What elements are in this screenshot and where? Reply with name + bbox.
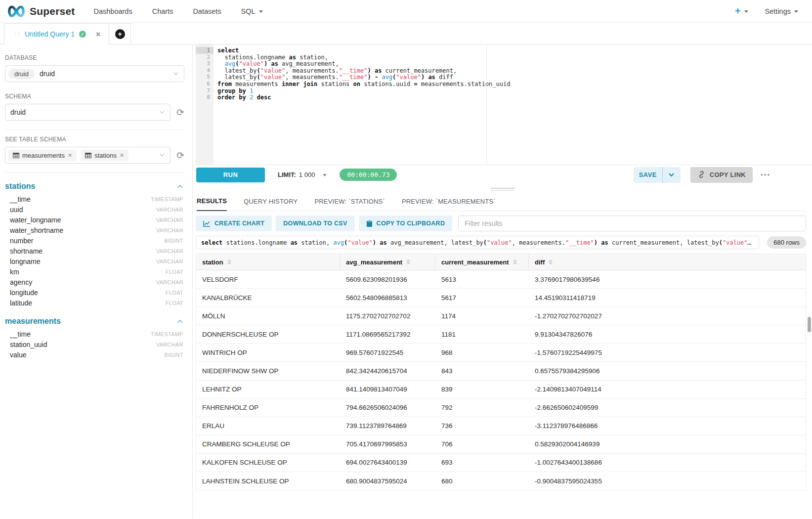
column-type: VARCHAR <box>156 342 183 347</box>
chevron-up-icon[interactable] <box>177 182 183 191</box>
superset-logo[interactable]: Superset <box>7 5 75 17</box>
chevron-down-icon <box>159 153 165 157</box>
add-tab-area: + <box>109 23 131 44</box>
column-type: FLOAT <box>166 300 183 306</box>
drag-handle-icon[interactable]: ⋮⋮ <box>12 32 20 37</box>
column-row: numberBIGINT <box>5 235 184 246</box>
grid-header: stationavg_measurementcurrent_measuremen… <box>196 254 806 270</box>
tab-title: Untitled Query 1 <box>25 30 75 38</box>
print-margin <box>486 44 487 165</box>
nav-item-sql[interactable]: SQL <box>241 7 263 15</box>
table-row: CRAMBERG SCHLEUSE OP705.4170697995853706… <box>196 435 806 454</box>
column-name: station_uuid <box>10 341 47 348</box>
table-name: measurements <box>5 317 61 326</box>
save-options-button[interactable] <box>662 167 681 183</box>
new-item-button[interactable]: + <box>735 5 748 17</box>
column-header-station[interactable]: station <box>196 254 340 270</box>
add-tab-button[interactable]: + <box>115 29 125 39</box>
line-number: 8 <box>196 94 214 101</box>
remove-tag-icon[interactable]: ✕ <box>120 152 124 159</box>
column-header-diff[interactable]: diff <box>529 254 806 270</box>
column-row: station_uuidVARCHAR <box>5 339 184 349</box>
code-line: from measurements inner join stations on… <box>217 81 812 87</box>
sql-editor[interactable]: select stations.longname as station, avg… <box>214 44 812 165</box>
copy-link-button[interactable]: COPY LINK <box>690 167 753 183</box>
chevron-up-icon <box>177 319 183 324</box>
table-cell: 5602.548096885813 <box>340 289 435 306</box>
table-header-stations[interactable]: stations <box>5 180 184 194</box>
nav-item-datasets[interactable]: Datasets <box>193 7 221 15</box>
more-options-button[interactable]: ··· <box>761 170 770 180</box>
column-name: number <box>10 237 33 245</box>
nav-item-charts[interactable]: Charts <box>152 7 173 15</box>
table-cell: 843 <box>435 362 529 380</box>
code-line: stations.longname as station, <box>217 54 812 61</box>
run-button[interactable]: RUN <box>196 168 265 182</box>
table-cell: 14.45190311418719 <box>529 289 806 306</box>
query-timer: 00:00:00.73 <box>340 169 397 181</box>
schema-select[interactable]: druid <box>5 104 171 121</box>
code-line: latest_by("value", measurements."__time"… <box>217 67 812 74</box>
database-select[interactable]: druid druid <box>5 65 184 82</box>
table-tag-measurements: measurements✕ <box>8 150 77 161</box>
schema-value: druid <box>10 108 26 116</box>
line-number: 3 <box>196 60 214 67</box>
column-type: FLOAT <box>166 269 183 275</box>
save-button[interactable]: SAVE <box>634 167 662 183</box>
copy-link-label: COPY LINK <box>710 171 746 178</box>
column-header-avg_measurement[interactable]: avg_measurement <box>340 254 435 270</box>
table-cell: VELSDORF <box>196 270 340 288</box>
column-type: BIGINT <box>165 238 183 244</box>
remove-tag-icon[interactable]: ✕ <box>68 152 72 159</box>
nav-item-dashboards[interactable]: Dashboards <box>93 7 132 15</box>
refresh-tables-icon[interactable]: ⟳ <box>176 151 184 160</box>
copy-clipboard-button[interactable]: COPY TO CLIPBOARD <box>359 216 453 231</box>
line-number: 1 <box>196 47 214 54</box>
result-tab-1[interactable]: QUERY HISTORY <box>244 198 298 211</box>
table-cell: 680.9004837595024 <box>340 472 435 490</box>
sort-icon <box>227 260 231 264</box>
results-pane: CREATE CHART DOWNLOAD TO CSV COPY TO CLI… <box>193 211 812 519</box>
divider <box>5 130 184 130</box>
filter-results-input[interactable] <box>458 216 806 231</box>
result-tab-3[interactable]: PREVIEW: `MEASUREMENTS` <box>402 198 496 211</box>
create-chart-button[interactable]: CREATE CHART <box>196 216 272 231</box>
column-row: agencyVARCHAR <box>5 277 184 287</box>
settings-menu[interactable]: Settings <box>765 7 798 15</box>
table-cell: NIEDERFINOW SHW OP <box>196 362 340 380</box>
table-cell: 693 <box>435 454 529 472</box>
chevron-up-icon[interactable] <box>177 317 183 326</box>
table-cell: 694.0027643400139 <box>340 454 435 472</box>
download-csv-button[interactable]: DOWNLOAD TO CSV <box>276 216 354 231</box>
result-tab-0[interactable]: RESULTS <box>197 197 227 211</box>
row-count-badge: 680 rows <box>767 236 806 249</box>
table-schema-select[interactable]: measurements✕stations✕ <box>5 147 171 164</box>
see-table-schema-label: SEE TABLE SCHEMA <box>5 136 184 143</box>
result-tab-2[interactable]: PREVIEW: `STATIONS` <box>314 198 385 211</box>
query-tab-strip: ⋮⋮ Untitled Query 1 ✓ ✕ + <box>0 23 812 44</box>
refresh-schema-icon[interactable]: ⟳ <box>176 108 184 117</box>
column-row: valueBIGINT <box>5 349 184 360</box>
clipboard-icon <box>366 220 373 227</box>
scrollbar-thumb[interactable] <box>808 317 811 332</box>
column-name: water_shortname <box>10 226 63 234</box>
table-cell: -1.2702702702702027 <box>529 307 806 325</box>
table-header-measurements[interactable]: measurements <box>5 315 184 329</box>
table-cell: 0.5829302004146939 <box>529 435 806 453</box>
chevron-down-icon <box>159 110 165 114</box>
tab-untitled-query[interactable]: ⋮⋮ Untitled Query 1 ✓ ✕ <box>4 23 109 44</box>
column-name: km <box>10 268 19 276</box>
column-type: VARCHAR <box>156 217 183 223</box>
table-row: ERLAU739.1123789764869736-3.112378976486… <box>196 417 806 435</box>
limit-dropdown[interactable]: LIMIT: 1 000 <box>278 171 327 178</box>
close-tab-icon[interactable]: ✕ <box>95 31 101 38</box>
column-name: longname <box>10 258 41 265</box>
column-header-label: avg_measurement <box>346 259 402 266</box>
table-cell: -1.5760719225449975 <box>529 344 806 361</box>
sql-lab-sidebar: DATABASE druid druid SCHEMA druid ⟳ SEE … <box>0 44 193 519</box>
table-row: KALKOFEN SCHLEUSE OP694.0027643400139693… <box>196 454 806 472</box>
table-row: LEHNITZ OP841.1409813407049839-2.1409813… <box>196 381 806 399</box>
pane-splitter[interactable] <box>193 184 812 194</box>
column-header-current_measurement[interactable]: current_measurement <box>435 254 529 270</box>
editor-gutter: 12345678 <box>196 44 214 165</box>
